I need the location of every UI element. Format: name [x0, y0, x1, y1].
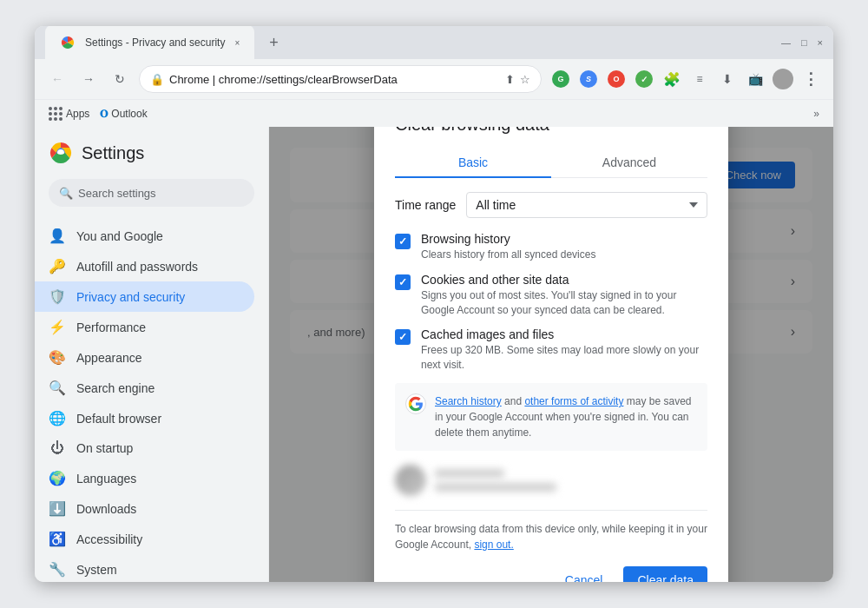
forward-button[interactable]: → [76, 67, 101, 91]
outlook-icon: 𝐎 [100, 108, 108, 120]
sidebar-label-search-engine: Search engine [76, 381, 155, 395]
checkbox-cookies-input[interactable] [395, 274, 411, 290]
sidebar-item-accessibility[interactable]: ♿ Accessibility [35, 524, 254, 554]
cached-desc: Frees up 320 MB. Some sites may load mor… [421, 343, 707, 373]
google-info-text: Search history and other forms of activi… [435, 393, 697, 440]
outlook-bookmark[interactable]: 𝐎 Outlook [100, 108, 147, 120]
maximize-button[interactable]: □ [801, 37, 807, 48]
dialog-tabs: Basic Advanced [395, 149, 707, 178]
apps-label: Apps [66, 108, 89, 120]
search-history-link[interactable]: Search history [435, 395, 502, 407]
tab-close-button[interactable]: × [230, 36, 244, 50]
browsing-history-desc: Clears history from all synced devices [421, 248, 595, 262]
privacy-icon: 🛡️ [49, 288, 66, 305]
tab-title: Settings - Privacy and security [85, 36, 225, 49]
star-icon: ☆ [520, 73, 530, 86]
sidebar-item-appearance[interactable]: 🎨 Appearance [35, 342, 254, 373]
extension-g-icon[interactable]: G [549, 67, 573, 91]
dialog-actions: Cancel Clear data [395, 566, 707, 582]
cookies-title: Cookies and other site data [421, 273, 707, 287]
more-bookmarks-button[interactable]: » [813, 108, 819, 120]
extension-check-icon[interactable]: ✓ [632, 67, 656, 91]
search-placeholder: Search settings [78, 187, 156, 200]
clear-data-button[interactable]: Clear data [623, 566, 707, 582]
accessibility-icon: ♿ [49, 531, 66, 547]
search-engine-icon: 🔍 [49, 380, 66, 396]
cookies-desc: Signs you out of most sites. You'll stay… [421, 288, 707, 318]
browsing-history-title: Browsing history [421, 232, 595, 246]
extension-opera-icon[interactable]: O [604, 67, 628, 91]
default-browser-icon: 🌐 [49, 410, 66, 426]
checkbox-cached: Cached images and files Frees up 320 MB.… [395, 327, 707, 373]
browser-tab[interactable]: Settings - Privacy and security × [45, 26, 254, 60]
cast-icon[interactable]: 📺 [743, 67, 767, 91]
refresh-button[interactable]: ↻ [108, 67, 132, 91]
main-content: Settings 🔍 Search settings 👤 You and Goo… [35, 127, 833, 582]
browsing-history-text: Browsing history Clears history from all… [421, 232, 595, 262]
sidebar: Settings 🔍 Search settings 👤 You and Goo… [35, 127, 269, 582]
browser-window: Settings - Privacy and security × + — □ … [35, 26, 833, 582]
sign-out-section: To clear browsing data from this device … [395, 510, 707, 552]
minimize-button[interactable]: — [781, 37, 791, 48]
sidebar-item-on-startup[interactable]: ⏻ On startup [35, 433, 254, 463]
extensions-icon[interactable]: 🧩 [660, 67, 684, 91]
sidebar-item-downloads[interactable]: ⬇️ Downloads [35, 493, 254, 524]
sidebar-item-autofill[interactable]: 🔑 Autofill and passwords [35, 251, 254, 281]
chrome-logo [49, 141, 73, 165]
bookmarks-bar: Apps 𝐎 Outlook » [35, 99, 833, 127]
checkbox-browsing-history: Browsing history Clears history from all… [395, 232, 707, 262]
sign-out-text: To clear browsing data from this device … [395, 523, 707, 551]
close-button[interactable]: × [818, 37, 823, 48]
sign-out-link[interactable]: sign out. [474, 539, 513, 551]
tab-groups-icon[interactable]: ≡ [687, 67, 712, 91]
apps-bookmark[interactable]: Apps [49, 107, 89, 121]
appearance-icon: 🎨 [49, 349, 66, 366]
navigation-bar: ← → ↻ 🔒 Chrome | chrome://settings/clear… [35, 59, 833, 99]
sidebar-item-privacy[interactable]: 🛡️ Privacy and security [35, 281, 254, 312]
system-icon: 🔧 [49, 561, 66, 578]
outlook-label: Outlook [111, 108, 147, 120]
other-forms-link[interactable]: other forms of activity [524, 395, 623, 407]
address-text: Chrome | chrome://settings/clearBrowserD… [169, 73, 500, 86]
time-range-label: Time range [395, 198, 456, 212]
profile-avatar-blurred [395, 465, 426, 496]
sidebar-label-on-startup: On startup [76, 441, 133, 455]
checkbox-browsing-history-input[interactable] [395, 234, 411, 249]
sidebar-item-system[interactable]: 🔧 System [35, 554, 254, 582]
tab-basic[interactable]: Basic [395, 149, 551, 178]
checkbox-cookies: Cookies and other site data Signs you ou… [395, 273, 707, 318]
checkbox-cached-input[interactable] [395, 329, 411, 345]
sidebar-item-languages[interactable]: 🌍 Languages [35, 463, 254, 493]
tab-advanced[interactable]: Advanced [551, 149, 707, 178]
back-button[interactable]: ← [45, 67, 69, 91]
address-bar[interactable]: 🔒 Chrome | chrome://settings/clearBrowse… [139, 65, 542, 93]
page-content: Check now › › , and more) › [269, 127, 833, 582]
sidebar-item-default-browser[interactable]: 🌐 Default browser [35, 403, 254, 433]
download-icon[interactable]: ⬇ [715, 67, 740, 91]
menu-button[interactable]: ⋮ [799, 67, 823, 91]
cached-title: Cached images and files [421, 327, 707, 341]
extension-s-icon[interactable]: S [576, 67, 601, 91]
search-icon: 🔍 [59, 187, 73, 200]
share-icon: ⬆ [505, 73, 515, 86]
cookies-text: Cookies and other site data Signs you ou… [421, 273, 707, 318]
new-tab-button[interactable]: + [261, 30, 286, 55]
clear-browsing-data-dialog: Clear browsing data Basic Advanced Time … [374, 127, 728, 582]
on-startup-icon: ⏻ [49, 440, 66, 456]
profile-info-blurred [435, 469, 556, 492]
time-range-select[interactable]: All time Last hour Last 24 hours Last 7 … [466, 192, 707, 218]
cached-text: Cached images and files Frees up 320 MB.… [421, 327, 707, 373]
time-range-row: Time range All time Last hour Last 24 ho… [395, 192, 707, 218]
profile-button[interactable] [771, 67, 795, 91]
sidebar-label-downloads: Downloads [76, 502, 136, 516]
sidebar-search[interactable]: 🔍 Search settings [49, 179, 254, 207]
sidebar-item-you-and-google[interactable]: 👤 You and Google [35, 221, 254, 251]
sidebar-item-performance[interactable]: ⚡ Performance [35, 312, 254, 342]
languages-icon: 🌍 [49, 470, 66, 486]
cancel-button[interactable]: Cancel [551, 566, 617, 582]
sidebar-label-accessibility: Accessibility [76, 532, 142, 546]
sidebar-item-search-engine[interactable]: 🔍 Search engine [35, 373, 254, 403]
tab-favicon [56, 30, 80, 55]
dialog-title: Clear browsing data [395, 127, 707, 135]
settings-title: Settings [82, 143, 144, 163]
